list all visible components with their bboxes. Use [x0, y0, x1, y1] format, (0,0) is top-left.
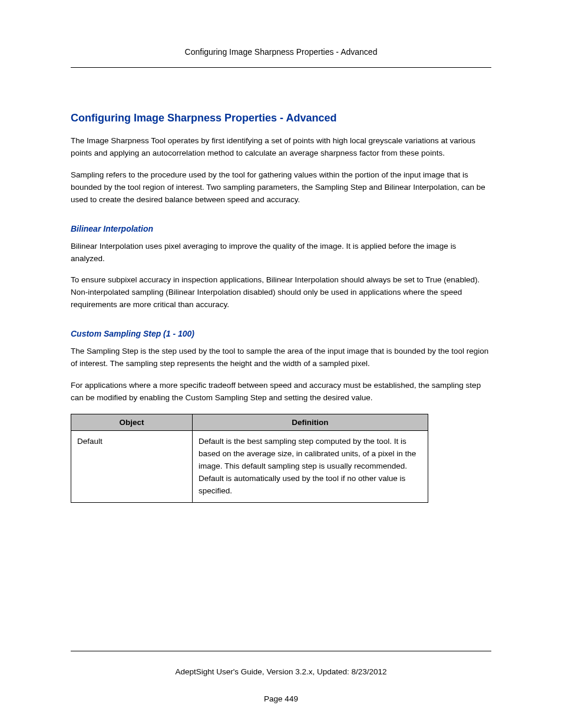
table-header-row: Object Definition: [71, 414, 428, 430]
running-title: Configuring Image Sharpness Properties -…: [185, 47, 378, 57]
sampling-paragraph-1: The Sampling Step is the step used by th…: [71, 345, 491, 370]
page-header: Configuring Image Sharpness Properties -…: [71, 47, 491, 68]
table-header-definition: Definition: [193, 414, 428, 430]
page-number: Page 449: [0, 694, 562, 703]
sampling-paragraph-2: For applications where a more specific t…: [71, 380, 491, 404]
definition-table: Object Definition Default Default is the…: [71, 414, 428, 503]
page-title: Configuring Image Sharpness Properties -…: [71, 112, 491, 124]
bilinear-paragraph-2: To ensure subpixel accuracy in inspectio…: [71, 274, 491, 311]
intro-paragraph-2: Sampling refers to the procedure used by…: [71, 169, 491, 206]
table-header-object: Object: [71, 414, 193, 430]
bilinear-interpolation-heading: Bilinear Interpolation: [71, 224, 491, 233]
bilinear-paragraph-1: Bilinear Interpolation uses pixel averag…: [71, 241, 491, 265]
footer-divider: [71, 651, 491, 651]
table-cell-definition: Default is the best sampling step comput…: [193, 430, 428, 502]
table-row: Default Default is the best sampling ste…: [71, 430, 428, 502]
custom-sampling-heading: Custom Sampling Step (1 - 100): [71, 329, 491, 338]
footer-guide-info: AdeptSight User's Guide, Version 3.2.x, …: [0, 667, 562, 676]
intro-paragraph-1: The Image Sharpness Tool operates by fir…: [71, 135, 491, 160]
table-cell-object: Default: [71, 430, 193, 502]
